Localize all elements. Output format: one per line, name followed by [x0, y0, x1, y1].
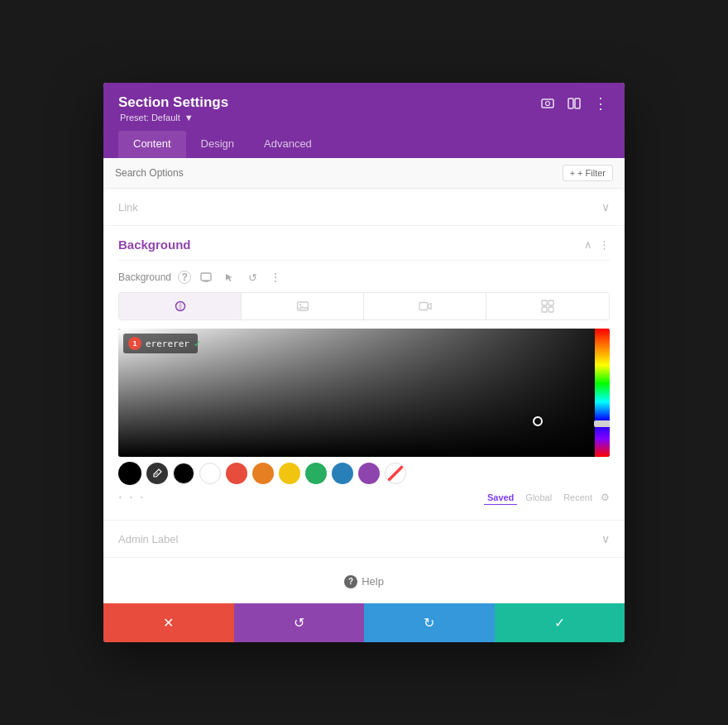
svg-rect-0 [542, 99, 553, 108]
saved-row: · · · Saved Global Recent ⚙ [118, 490, 610, 505]
admin-label-section-row[interactable]: Admin Label ∨ [103, 520, 625, 557]
svg-point-1 [546, 102, 550, 106]
section-settings-modal: Section Settings Preset: Default ▼ [103, 83, 625, 642]
swatch-white[interactable] [199, 463, 221, 484]
help-row: ? Help [103, 557, 625, 603]
svg-rect-15 [548, 307, 553, 312]
background-title: Background [118, 238, 191, 252]
swatch-purple[interactable] [358, 463, 380, 484]
swatch-transparent[interactable] [385, 463, 406, 484]
saved-tab-global[interactable]: Global [522, 491, 555, 504]
background-cursor-icon[interactable] [221, 269, 237, 286]
hex-value[interactable]: erererer [146, 338, 189, 349]
preset-selector[interactable]: Preset: Default ▼ [118, 113, 228, 122]
bg-type-pattern-tab[interactable] [486, 293, 609, 319]
swatch-blue[interactable] [332, 463, 353, 484]
header-top: Section Settings Preset: Default ▼ [118, 94, 610, 122]
help-link[interactable]: ? Help [344, 575, 384, 588]
background-device-icon[interactable] [198, 269, 214, 286]
saved-settings-icon[interactable]: ⚙ [601, 492, 610, 503]
svg-rect-12 [542, 300, 547, 305]
save-icon: ✓ [554, 615, 565, 631]
tab-content[interactable]: Content [118, 131, 186, 158]
main-tabs: Content Design Advanced [118, 131, 610, 158]
svg-rect-3 [575, 98, 580, 108]
saved-tab-saved[interactable]: Saved [484, 491, 517, 505]
background-options-icon[interactable]: ⋮ [267, 269, 284, 286]
header-info: Section Settings Preset: Default ▼ [118, 94, 228, 122]
save-button[interactable]: ✓ [495, 603, 625, 642]
help-label: Help [362, 575, 384, 588]
background-reset-icon[interactable]: ↺ [244, 269, 261, 286]
svg-rect-8 [297, 302, 308, 310]
more-options-icon[interactable]: ⋮ [592, 94, 610, 113]
filter-icon: + [570, 168, 575, 178]
background-help-icon[interactable]: ? [178, 271, 191, 284]
swatch-green[interactable] [305, 463, 327, 484]
picker-thumb[interactable] [533, 416, 543, 426]
link-chevron-icon: ∨ [601, 200, 610, 214]
responsive-icon[interactable] [539, 94, 557, 113]
svg-point-10 [299, 305, 300, 306]
swatch-red[interactable] [226, 463, 247, 484]
reset-button[interactable]: ↺ [234, 603, 365, 642]
hex-badge-number: 1 [128, 337, 141, 350]
header-icons: ⋮ [539, 94, 610, 113]
admin-label-text: Admin Label [118, 533, 178, 545]
modal-title: Section Settings [118, 94, 228, 111]
svg-rect-11 [419, 303, 428, 310]
swatch-yellow[interactable] [279, 463, 300, 484]
saved-tab-recent[interactable]: Recent [560, 491, 596, 504]
background-controls-label: Background [118, 271, 171, 283]
svg-rect-14 [542, 307, 547, 312]
filter-button[interactable]: + + Filter [563, 165, 613, 181]
cancel-button[interactable]: ✕ [103, 603, 234, 642]
bg-type-image-tab[interactable] [242, 293, 364, 319]
reset-icon: ↺ [294, 615, 304, 631]
bg-type-video-tab[interactable] [364, 293, 486, 319]
columns-icon[interactable] [565, 94, 583, 113]
saved-tabs-group: Saved Global Recent ⚙ [484, 491, 610, 505]
modal-header: Section Settings Preset: Default ▼ [103, 83, 625, 158]
redo-button[interactable]: ↻ [364, 603, 495, 642]
eyedropper-swatch[interactable] [146, 463, 168, 484]
more-dots[interactable]: · · · [118, 490, 145, 505]
background-type-tabs [118, 292, 610, 320]
background-collapse-icon[interactable]: ∧ [584, 238, 592, 251]
tab-design[interactable]: Design [186, 131, 249, 158]
search-bar: + + Filter [103, 158, 625, 189]
swatch-black[interactable] [173, 463, 194, 484]
link-label: Link [118, 201, 138, 214]
svg-rect-4 [201, 273, 211, 281]
tab-advanced[interactable]: Advanced [249, 131, 327, 158]
color-picker-wrapper[interactable]: 1 erererer ✓ [118, 329, 610, 457]
background-controls-row: Background ? ↺ ⋮ [118, 261, 610, 292]
swatch-orange[interactable] [252, 463, 274, 484]
link-section-row[interactable]: Link ∨ [103, 189, 625, 226]
admin-label-chevron-icon: ∨ [601, 532, 610, 545]
hue-slider[interactable] [595, 329, 610, 457]
swatches-container [118, 462, 610, 485]
background-header-icons: ∧ ⋮ [584, 238, 610, 251]
background-more-icon[interactable]: ⋮ [599, 238, 610, 251]
hue-thumb[interactable] [594, 420, 610, 427]
content-area: Link ∨ Background ∧ ⋮ Background ? [103, 189, 625, 603]
background-section-header: Background ∧ ⋮ [118, 226, 610, 261]
search-input[interactable] [115, 167, 563, 179]
help-circle-icon: ? [344, 575, 357, 588]
bg-type-color-tab[interactable] [119, 293, 242, 319]
svg-line-16 [156, 473, 158, 475]
redo-icon: ↻ [424, 615, 434, 631]
svg-rect-13 [548, 300, 553, 305]
cancel-icon: ✕ [163, 615, 174, 631]
hex-input-overlay: 1 erererer ✓ [123, 334, 198, 353]
footer-buttons: ✕ ↺ ↻ ✓ [103, 603, 625, 642]
active-color-swatch[interactable] [118, 462, 141, 485]
color-swatches-row [146, 463, 610, 484]
svg-rect-2 [568, 98, 573, 108]
hex-confirm-icon[interactable]: ✓ [194, 338, 201, 349]
background-section: Background ∧ ⋮ Background ? [103, 226, 625, 520]
